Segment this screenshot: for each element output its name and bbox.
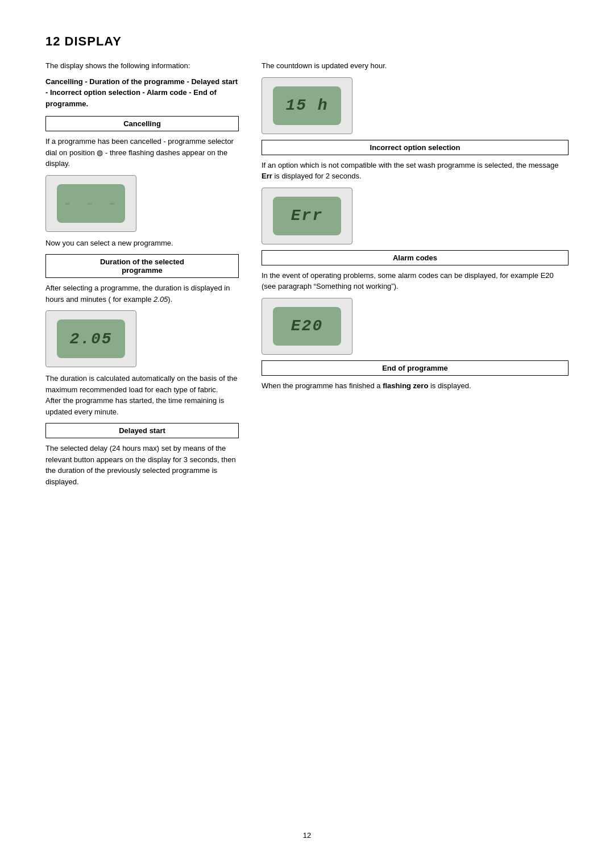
right-column: The countdown is updated every hour. 15 … bbox=[262, 60, 569, 493]
display-screen-e20: E20 bbox=[273, 307, 341, 346]
display-screen-countdown: 15 h bbox=[273, 86, 341, 125]
cancelling-display: - - - bbox=[45, 175, 136, 232]
incorrect-option-text: If an option which is not compatible wit… bbox=[262, 160, 569, 182]
incorrect-option-label: Incorrect option selection bbox=[262, 140, 569, 155]
delayed-start-label: Delayed start bbox=[45, 423, 239, 438]
intro-text: The display shows the following informat… bbox=[45, 60, 239, 72]
display-screen-err: Err bbox=[273, 197, 341, 235]
cancelling-label: Cancelling bbox=[45, 116, 239, 131]
duration-label: Duration of the selectedprogramme bbox=[45, 254, 239, 278]
display-value-countdown: 15 h bbox=[285, 97, 328, 114]
duration-display: 2.05 bbox=[45, 310, 136, 367]
countdown-text: The countdown is updated every hour. bbox=[262, 60, 569, 72]
end-of-programme-label: End of programme bbox=[262, 360, 569, 376]
page: 12 DISPLAY The display shows the followi… bbox=[0, 0, 614, 868]
alarm-codes-label: Alarm codes bbox=[262, 250, 569, 265]
content-area: The display shows the following informat… bbox=[45, 60, 569, 493]
alarm-codes-text: In the event of operating problems, some… bbox=[262, 270, 569, 292]
display-value-e20: E20 bbox=[291, 317, 323, 335]
delayed-start-text: The selected delay (24 hours max) set by… bbox=[45, 443, 239, 487]
duration-calc-text: The duration is calculated automatically… bbox=[45, 373, 239, 417]
left-column: The display shows the following informat… bbox=[45, 60, 239, 493]
display-screen-duration: 2.05 bbox=[57, 319, 125, 358]
page-number: 12 bbox=[0, 831, 614, 840]
page-title: 12 DISPLAY bbox=[45, 34, 569, 49]
countdown-display: 15 h bbox=[262, 77, 352, 134]
display-screen: - - - bbox=[57, 184, 125, 223]
end-of-programme-text: When the programme has finished a flashi… bbox=[262, 380, 569, 392]
cancelling-text: If a programme has been cancelled - prog… bbox=[45, 136, 239, 169]
display-value-duration: 2.05 bbox=[69, 330, 112, 348]
e20-display: E20 bbox=[262, 298, 352, 355]
err-display: Err bbox=[262, 188, 352, 244]
bold-intro: Cancelling - Duration of the programme -… bbox=[45, 76, 239, 110]
duration-text: After selecting a programme, the duratio… bbox=[45, 283, 239, 305]
display-value-dashes: - - - bbox=[63, 195, 119, 212]
new-programme-text: Now you can select a new programme. bbox=[45, 238, 239, 249]
display-value-err: Err bbox=[291, 207, 323, 225]
